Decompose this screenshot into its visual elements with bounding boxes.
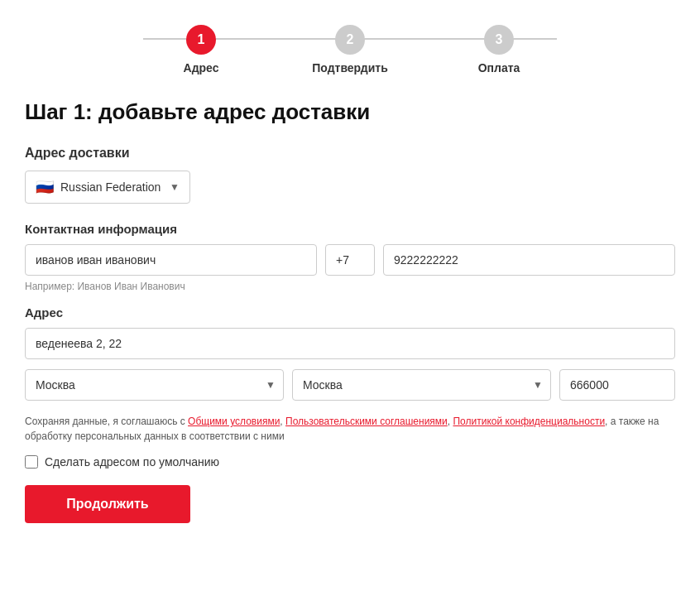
- step-2-label: Подтвердить: [312, 61, 388, 74]
- zip-input[interactable]: [559, 369, 675, 401]
- default-address-row: Сделать адресом по умолчанию: [25, 455, 675, 469]
- terms-prefix: Сохраняя данные, я соглашаюсь с: [25, 416, 188, 427]
- country-flag: 🇷🇺: [36, 178, 54, 196]
- contact-row: [25, 244, 675, 276]
- country-name: Russian Federation: [60, 180, 163, 194]
- phone-number-input[interactable]: [383, 244, 675, 276]
- step-2: 2 Подтвердить: [276, 25, 424, 74]
- step-1-label: Адрес: [184, 61, 219, 74]
- city-select-wrapper: Москва ▼: [25, 369, 284, 401]
- default-address-checkbox[interactable]: [25, 455, 38, 469]
- country-selector[interactable]: 🇷🇺 Russian Federation ▼: [25, 171, 190, 204]
- step-3-circle: 3: [484, 25, 514, 55]
- city-select[interactable]: Москва: [25, 369, 284, 401]
- name-hint: Например: Иванов Иван Иванович: [25, 281, 675, 292]
- terms-comma-1: ,: [280, 416, 285, 427]
- region-select[interactable]: Москва: [292, 369, 551, 401]
- contact-section-label: Контактная информация: [25, 222, 675, 236]
- page-title: Шаг 1: добавьте адрес доставки: [25, 99, 675, 125]
- step-1: 1 Адрес: [127, 25, 276, 74]
- region-select-wrapper: Москва ▼: [292, 369, 551, 401]
- continue-button[interactable]: Продолжить: [25, 485, 190, 523]
- phone-prefix-input[interactable]: [325, 244, 375, 276]
- terms-link-user[interactable]: Пользовательскими соглашениями: [285, 416, 448, 427]
- address-label: Адрес: [25, 305, 675, 320]
- stepper: 1 Адрес 2 Подтвердить 3 Оплата: [25, 17, 675, 74]
- delivery-section-label: Адрес доставки: [25, 146, 675, 161]
- step-3: 3 Оплата: [424, 25, 573, 74]
- full-name-input[interactable]: [25, 244, 317, 276]
- terms-link-general[interactable]: Общими условиями: [188, 416, 280, 427]
- default-address-label[interactable]: Сделать адресом по умолчанию: [45, 455, 219, 469]
- step-2-circle: 2: [335, 25, 365, 55]
- terms-link-privacy[interactable]: Политикой конфиденциальности: [453, 416, 605, 427]
- city-region-zip-row: Москва ▼ Москва ▼: [25, 369, 675, 401]
- step-1-circle: 1: [186, 25, 216, 55]
- terms-text: Сохраняя данные, я соглашаюсь с Общими у…: [25, 414, 675, 444]
- chevron-down-icon: ▼: [170, 181, 180, 193]
- step-3-label: Оплата: [478, 61, 520, 74]
- address-input[interactable]: [25, 328, 675, 359]
